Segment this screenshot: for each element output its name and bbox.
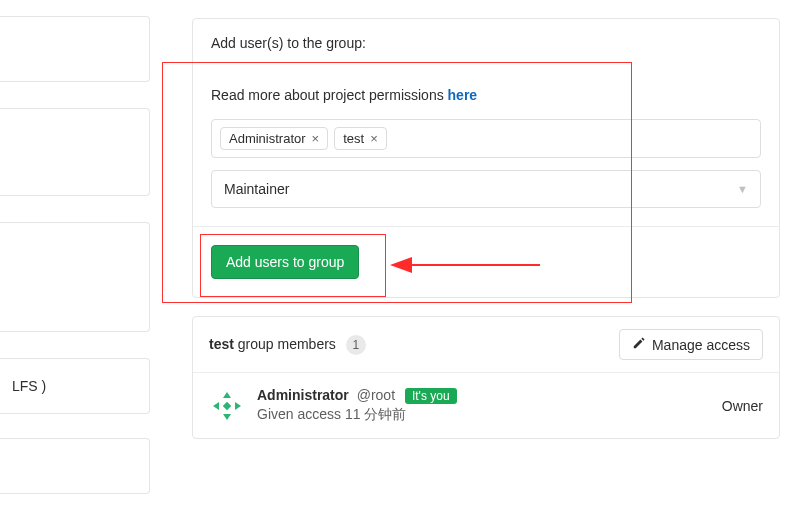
member-subline: Given access 11 分钟前 (257, 406, 457, 424)
permissions-line: Read more about project permissions here (211, 87, 761, 103)
member-role: Owner (722, 398, 763, 414)
avatar (209, 388, 245, 424)
add-users-button-label: Add users to group (226, 254, 344, 270)
member-info: Administrator @root It's you Given acces… (257, 387, 457, 424)
manage-access-button[interactable]: Manage access (619, 329, 763, 360)
remove-chip-icon[interactable]: × (370, 131, 378, 146)
chip-label: test (343, 131, 364, 146)
sidebar: LFS ) (0, 0, 160, 517)
sidebar-box-2 (0, 108, 150, 196)
add-users-panel: Add user(s) to the group: Read more abou… (192, 18, 780, 298)
sidebar-box-5 (0, 438, 150, 494)
members-count-badge: 1 (346, 335, 366, 355)
sidebar-box-lfs: LFS ) (0, 358, 150, 414)
user-chip-input[interactable]: Administrator × test × (211, 119, 761, 158)
permissions-prefix: Read more about project permissions (211, 87, 448, 103)
members-panel: test group members 1 Manage access (192, 316, 780, 439)
member-handle: @root (357, 387, 395, 403)
chip-test[interactable]: test × (334, 127, 387, 150)
members-header: test group members 1 Manage access (193, 317, 779, 373)
member-sub-prefix: Given access (257, 406, 345, 422)
sidebar-box-1 (0, 16, 150, 82)
its-you-badge: It's you (405, 388, 457, 404)
chevron-down-icon: ▼ (737, 183, 748, 195)
manage-access-label: Manage access (652, 337, 750, 353)
remove-chip-icon[interactable]: × (312, 131, 320, 146)
member-sub-time: 11 分钟前 (345, 406, 406, 422)
edit-icon (632, 336, 646, 353)
role-selected-label: Maintainer (224, 181, 289, 197)
sidebar-box-3 (0, 222, 150, 332)
chip-administrator[interactable]: Administrator × (220, 127, 328, 150)
add-users-button[interactable]: Add users to group (211, 245, 359, 279)
member-row: Administrator @root It's you Given acces… (193, 373, 779, 438)
chip-label: Administrator (229, 131, 306, 146)
members-title-rest: group members (234, 336, 336, 352)
permissions-here-link[interactable]: here (448, 87, 478, 103)
members-title-bold: test (209, 336, 234, 352)
role-select[interactable]: Maintainer ▼ (211, 170, 761, 208)
sidebar-lfs-label: LFS ) (12, 378, 46, 394)
divider (193, 226, 779, 227)
members-title: test group members 1 (209, 335, 366, 355)
member-name: Administrator (257, 387, 349, 403)
add-users-title: Add user(s) to the group: (193, 19, 779, 57)
